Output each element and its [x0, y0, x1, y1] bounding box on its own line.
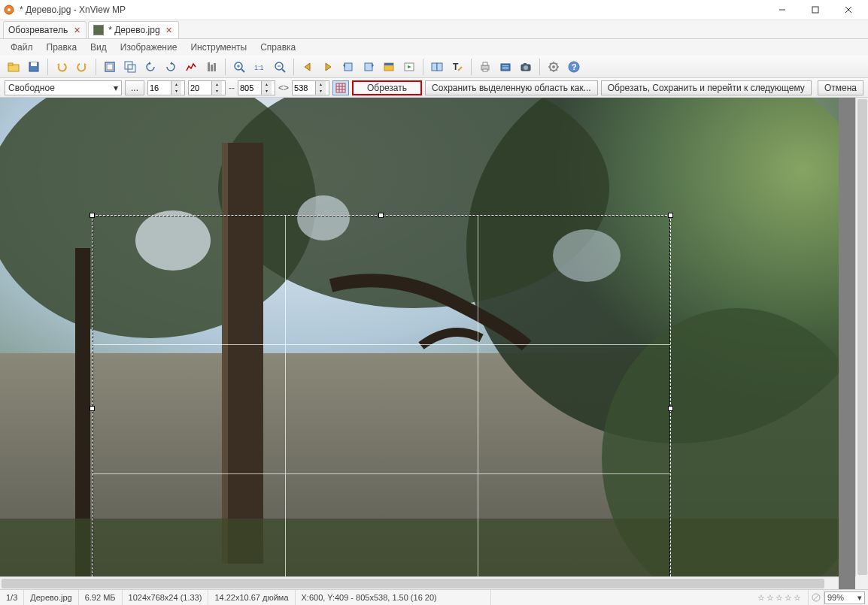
status-color-label[interactable]: [809, 590, 824, 605]
next-button[interactable]: [319, 58, 337, 76]
star-icon: ☆: [785, 593, 792, 603]
resize-button[interactable]: [121, 58, 139, 76]
svg-rect-11: [107, 64, 113, 70]
crop-button[interactable]: Обрезать: [352, 80, 422, 95]
undo-button[interactable]: [53, 58, 71, 76]
help-button[interactable]: ?: [565, 58, 583, 76]
toolbar-separator: [423, 59, 423, 75]
height-input[interactable]: ▴▾: [292, 80, 329, 95]
menu-help[interactable]: Справка: [254, 41, 302, 54]
rotate-ccw-button[interactable]: [339, 58, 357, 76]
svg-rect-34: [483, 62, 487, 65]
save-button[interactable]: [25, 58, 43, 76]
resize-handle-ne[interactable]: [668, 213, 673, 218]
aspect-ratio-value: Свободное: [8, 83, 55, 93]
capture-button[interactable]: [517, 58, 535, 76]
svg-rect-12: [125, 62, 132, 69]
tab-browser[interactable]: Обозреватель ✕: [3, 21, 86, 38]
settings-button[interactable]: [545, 58, 563, 76]
scrollbar-thumb[interactable]: [2, 579, 824, 588]
adjust-button[interactable]: [202, 58, 220, 76]
zoom-in-button[interactable]: [230, 58, 248, 76]
toolbar-separator: [471, 59, 472, 75]
zoom-input[interactable]: 99% ▾: [824, 591, 865, 604]
x-input[interactable]: ▴▾: [147, 80, 185, 95]
spin-down-icon[interactable]: ▾: [211, 88, 222, 95]
rotate-right-button[interactable]: [162, 58, 180, 76]
resize-handle-n[interactable]: [378, 213, 384, 218]
menubar: Файл Правка Вид Изображение Инструменты …: [0, 39, 868, 56]
zoom-actual-button[interactable]: 1:1: [250, 58, 269, 76]
status-rating[interactable]: ☆ ☆ ☆ ☆ ☆: [751, 590, 809, 605]
svg-rect-47: [336, 83, 345, 92]
menu-file[interactable]: Файл: [5, 41, 39, 54]
resize-handle-w[interactable]: [90, 406, 95, 411]
maximize-button[interactable]: [799, 1, 832, 19]
menu-tools[interactable]: Инструменты: [184, 41, 253, 54]
cancel-button[interactable]: Отмена: [818, 80, 863, 95]
canvas-area[interactable]: [0, 98, 868, 589]
height-field[interactable]: [293, 83, 315, 92]
menu-image[interactable]: Изображение: [114, 41, 184, 54]
toolbar-separator: [225, 59, 226, 75]
scroll-corner: [855, 576, 868, 589]
resize-handle-nw[interactable]: [90, 213, 95, 218]
width-input[interactable]: ▴▾: [238, 80, 275, 95]
spin-up-icon[interactable]: ▴: [171, 81, 181, 88]
text-button[interactable]: T: [448, 58, 466, 76]
y-input[interactable]: ▴▾: [188, 80, 226, 95]
spin-up-icon[interactable]: ▴: [261, 81, 272, 88]
horizontal-scrollbar[interactable]: [0, 576, 839, 589]
zoom-value: 99%: [827, 593, 844, 602]
swap-label[interactable]: <>: [278, 83, 289, 93]
save-selection-button[interactable]: Сохранить выделенную область как...: [425, 80, 598, 95]
spin-up-icon[interactable]: ▴: [211, 81, 222, 88]
crop-selection[interactable]: [92, 215, 671, 589]
window-controls: [766, 1, 865, 19]
width-field[interactable]: [238, 83, 261, 92]
spin-down-icon[interactable]: ▾: [261, 88, 272, 95]
grid-line: [285, 216, 286, 589]
menu-edit[interactable]: Правка: [41, 41, 83, 54]
rotate-cw-button[interactable]: [360, 58, 378, 76]
redo-button[interactable]: [73, 58, 91, 76]
levels-button[interactable]: [182, 58, 200, 76]
tab-close-icon[interactable]: ✕: [165, 26, 174, 35]
prev-button[interactable]: [299, 58, 317, 76]
star-icon: ☆: [766, 593, 774, 603]
compare-button[interactable]: [428, 58, 446, 76]
grid-line: [478, 216, 478, 589]
crop-save-next-button[interactable]: Обрезать, Сохранить и перейти к следующе…: [601, 80, 812, 95]
menu-view[interactable]: Вид: [84, 41, 113, 54]
tab-close-icon[interactable]: ✕: [72, 26, 81, 35]
print-button[interactable]: [476, 58, 494, 76]
minimize-button[interactable]: [766, 1, 799, 19]
spin-down-icon[interactable]: ▾: [315, 88, 326, 95]
spin-down-icon[interactable]: ▾: [171, 88, 181, 95]
svg-rect-13: [128, 65, 135, 72]
scan-button[interactable]: [496, 58, 514, 76]
close-button[interactable]: [832, 1, 865, 19]
open-button[interactable]: [5, 58, 23, 76]
aspect-ratio-select[interactable]: Свободное ▾: [5, 80, 122, 95]
ellipsis-button[interactable]: ...: [125, 80, 144, 95]
spin-up-icon[interactable]: ▴: [315, 81, 326, 88]
app-icon: [3, 4, 15, 16]
grid-toggle-button[interactable]: [332, 80, 349, 95]
fullscreen-button[interactable]: [380, 58, 398, 76]
scrollbar-thumb[interactable]: [857, 99, 867, 575]
crop-button[interactable]: [101, 58, 119, 76]
x-field[interactable]: [148, 83, 171, 92]
svg-point-41: [524, 65, 528, 70]
toolbar-separator: [539, 59, 540, 75]
resize-handle-e[interactable]: [668, 406, 673, 411]
zoom-out-button[interactable]: [271, 58, 289, 76]
slideshow-button[interactable]: [400, 58, 418, 76]
y-field[interactable]: [189, 83, 211, 92]
vertical-scrollbar[interactable]: [855, 98, 868, 576]
titlebar: * Дерево.jpg - XnView MP: [0, 0, 868, 20]
rotate-left-button[interactable]: [141, 58, 159, 76]
star-icon: ☆: [757, 593, 765, 603]
toolbar-separator: [47, 59, 48, 75]
tab-image[interactable]: * Дерево.jpg ✕: [88, 21, 178, 38]
